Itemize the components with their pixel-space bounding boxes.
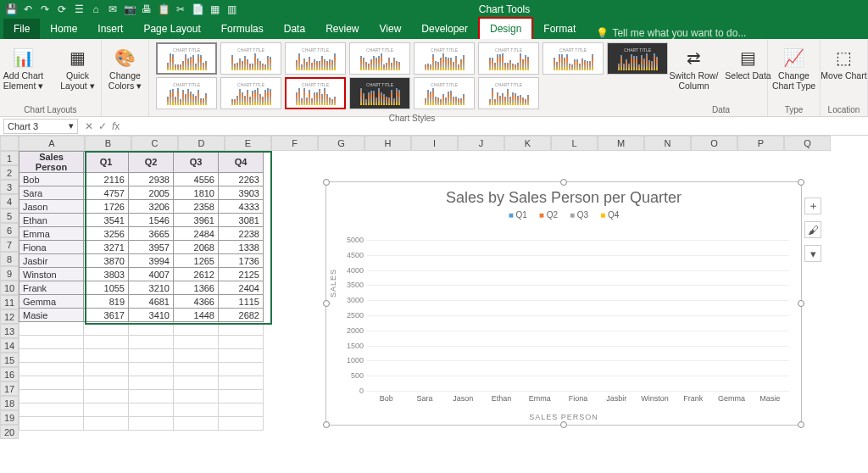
row-header[interactable]: 16 bbox=[0, 367, 19, 381]
row-header[interactable]: 8 bbox=[0, 252, 19, 266]
enter-icon[interactable]: ✓ bbox=[98, 120, 107, 132]
row-header[interactable]: 13 bbox=[0, 324, 19, 338]
tab-data[interactable]: Data bbox=[274, 19, 315, 39]
chart-styles-gallery[interactable]: CHART TITLECHART TITLECHART TITLECHART T… bbox=[149, 39, 675, 116]
style-thumb[interactable]: CHART TITLE bbox=[414, 42, 475, 75]
row-header[interactable]: 12 bbox=[0, 309, 19, 324]
row-header[interactable]: 14 bbox=[0, 338, 19, 353]
row-headers[interactable]: 1234567891011121314151617181920 bbox=[0, 151, 19, 439]
chevron-down-icon[interactable]: ▾ bbox=[69, 120, 74, 131]
row-header[interactable]: 11 bbox=[0, 295, 19, 309]
col-header[interactable]: I bbox=[411, 136, 458, 151]
chart-styles-button[interactable]: 🖌 bbox=[804, 221, 821, 238]
fx-icon[interactable]: fx bbox=[112, 120, 120, 132]
col-header[interactable]: E bbox=[225, 136, 271, 151]
change-colors-button[interactable]: 🎨Change Colors ▾ bbox=[101, 42, 150, 91]
chart-filters-button[interactable]: ▾ bbox=[804, 245, 821, 262]
style-thumb[interactable]: CHART TITLE bbox=[414, 77, 475, 109]
col-header[interactable]: O bbox=[691, 136, 737, 151]
col-header[interactable]: Q bbox=[784, 136, 831, 151]
data-table[interactable]: Sales PersonQ1Q2Q3Q4Bob2116293845562263S… bbox=[19, 151, 264, 431]
row-header[interactable]: 20 bbox=[0, 425, 19, 439]
qat-button[interactable]: ▦ bbox=[209, 3, 220, 15]
row-header[interactable]: 1 bbox=[0, 151, 19, 165]
qat-button[interactable]: ↶ bbox=[22, 3, 34, 15]
tab-page-layout[interactable]: Page Layout bbox=[133, 19, 210, 39]
row-header[interactable]: 2 bbox=[0, 165, 19, 180]
tab-insert[interactable]: Insert bbox=[87, 19, 133, 39]
row-header[interactable]: 5 bbox=[0, 209, 19, 223]
col-header[interactable]: J bbox=[458, 136, 504, 151]
qat-button[interactable]: ☰ bbox=[73, 3, 85, 15]
quick-layout-button[interactable]: ▦Quick Layout ▾ bbox=[53, 42, 103, 91]
tab-design[interactable]: Design bbox=[478, 17, 533, 39]
chart-legend[interactable]: Q1 Q2 Q3 Q4 bbox=[326, 210, 801, 223]
select-data-button[interactable]: ▤Select Data bbox=[724, 42, 773, 91]
style-thumb[interactable]: CHART TITLE bbox=[349, 42, 410, 75]
col-header[interactable]: B bbox=[85, 136, 131, 151]
qat-button[interactable]: ▥ bbox=[225, 3, 237, 15]
switch-row-column-button[interactable]: ⇄Switch Row/ Column bbox=[670, 42, 719, 91]
qat-button[interactable]: ⟳ bbox=[56, 3, 68, 15]
row-header[interactable]: 19 bbox=[0, 410, 19, 425]
row-header[interactable]: 4 bbox=[0, 194, 19, 209]
qat-button[interactable]: 🖶 bbox=[141, 3, 153, 15]
cancel-icon[interactable]: ✕ bbox=[85, 120, 93, 132]
col-header[interactable]: N bbox=[644, 136, 691, 151]
qat-button[interactable]: 💾 bbox=[5, 3, 17, 15]
col-header[interactable]: M bbox=[598, 136, 644, 151]
style-thumb[interactable]: CHART TITLE bbox=[285, 42, 346, 75]
style-thumb[interactable]: CHART TITLE bbox=[542, 42, 604, 75]
row-header[interactable]: 7 bbox=[0, 237, 19, 252]
style-thumb[interactable]: CHART TITLE bbox=[156, 77, 217, 109]
tab-format[interactable]: Format bbox=[533, 19, 586, 39]
style-thumb[interactable]: CHART TITLE bbox=[156, 42, 217, 75]
style-thumb[interactable]: CHART TITLE bbox=[349, 77, 410, 109]
col-header[interactable]: D bbox=[178, 136, 225, 151]
row-header[interactable]: 9 bbox=[0, 266, 19, 281]
tab-home[interactable]: Home bbox=[40, 19, 87, 39]
style-thumb[interactable]: CHART TITLE bbox=[478, 77, 539, 109]
qat-button[interactable]: 📋 bbox=[158, 3, 170, 15]
col-header[interactable]: A bbox=[19, 136, 85, 151]
plot-area[interactable]: BobSaraJasonEthanEmmaFionaJasbirWinstonF… bbox=[367, 240, 789, 391]
change-chart-type-button[interactable]: 📈Change Chart Type bbox=[770, 42, 819, 91]
qat-button[interactable]: ✉ bbox=[107, 3, 119, 15]
chart-elements-button[interactable]: ＋ bbox=[804, 198, 821, 214]
style-thumb[interactable]: CHART TITLE bbox=[220, 42, 281, 75]
move-chart-button[interactable]: ⬚Move Chart bbox=[820, 42, 869, 81]
tab-formulas[interactable]: Formulas bbox=[211, 19, 274, 39]
tab-developer[interactable]: Developer bbox=[411, 19, 478, 39]
qat-button[interactable]: 📄 bbox=[192, 3, 203, 15]
style-thumb[interactable]: CHART TITLE bbox=[607, 42, 668, 75]
col-header[interactable]: F bbox=[271, 136, 318, 151]
name-box[interactable]: Chart 3▾ bbox=[3, 119, 78, 134]
row-header[interactable]: 17 bbox=[0, 381, 19, 396]
qat-button[interactable]: ↷ bbox=[39, 3, 51, 15]
tab-review[interactable]: Review bbox=[315, 19, 369, 39]
row-header[interactable]: 15 bbox=[0, 353, 19, 367]
embedded-chart[interactable]: ＋ 🖌 ▾ Sales by Sales Person per Quarter … bbox=[326, 181, 802, 426]
row-header[interactable]: 6 bbox=[0, 223, 19, 237]
qat-button[interactable]: ✂ bbox=[175, 3, 186, 15]
col-header[interactable]: H bbox=[364, 136, 411, 151]
col-header[interactable]: G bbox=[318, 136, 364, 151]
chart-title[interactable]: Sales by Sales Person per Quarter bbox=[326, 182, 801, 210]
row-header[interactable]: 18 bbox=[0, 396, 19, 410]
qat-button[interactable]: ⌂ bbox=[90, 3, 102, 15]
col-header[interactable]: L bbox=[551, 136, 598, 151]
tell-me-search[interactable]: 💡 Tell me what you want to do... bbox=[596, 27, 746, 39]
col-header[interactable]: K bbox=[504, 136, 551, 151]
col-header[interactable]: P bbox=[737, 136, 784, 151]
add-chart-element-button[interactable]: 📊Add Chart Element ▾ bbox=[0, 42, 48, 91]
style-thumb[interactable]: CHART TITLE bbox=[478, 42, 539, 75]
qat-button[interactable]: 📷 bbox=[124, 3, 136, 15]
col-header[interactable]: C bbox=[131, 136, 178, 151]
row-header[interactable]: 10 bbox=[0, 281, 19, 295]
tab-file[interactable]: File bbox=[3, 19, 40, 39]
style-thumb[interactable]: CHART TITLE bbox=[285, 77, 346, 109]
row-header[interactable]: 3 bbox=[0, 180, 19, 194]
tab-view[interactable]: View bbox=[370, 19, 412, 39]
column-headers[interactable]: ABCDEFGHIJKLMNOPQ bbox=[0, 136, 831, 151]
style-thumb[interactable]: CHART TITLE bbox=[220, 77, 281, 109]
